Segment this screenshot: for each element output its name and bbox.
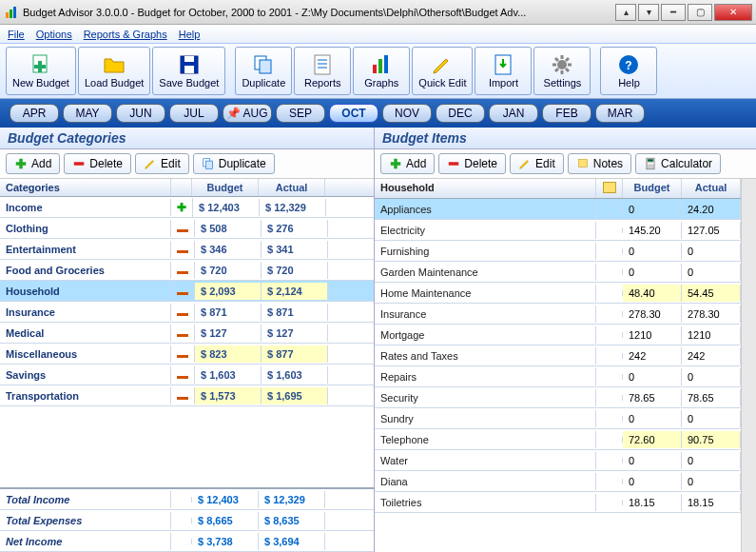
category-row[interactable]: Food and Groceries$ 720$ 720 [0,260,374,281]
budget-items-pane: Budget Items AddDeleteEditNotesCalculato… [375,128,756,552]
category-row[interactable]: Insurance$ 871$ 871 [0,302,374,323]
col-budget[interactable]: Budget [192,179,259,196]
item-row[interactable]: Insurance278.30278.30 [375,304,741,325]
month-feb[interactable]: FEB [542,104,591,123]
svg-rect-10 [260,60,271,73]
month-dec[interactable]: DEC [436,104,485,123]
settings-button[interactable]: Settings [533,47,591,95]
toolbar-label: New Budget [12,77,69,89]
item-row[interactable]: Toiletries18.1518.15 [375,492,741,513]
calculator-button[interactable]: Calculator [635,153,721,174]
quick-edit-button[interactable]: Quick Edit [412,47,473,95]
category-row[interactable]: Medical$ 127$ 127 [0,323,374,344]
toolbar-label: Import [489,77,518,89]
month-oct[interactable]: OCT [329,104,378,123]
maximize-button[interactable]: ▢ [688,4,712,21]
aux-up-button[interactable]: ▴ [615,4,636,21]
reports-icon [311,53,334,76]
col-categories[interactable]: Categories [0,179,171,196]
save-budget-button[interactable]: Save Budget [152,47,225,95]
category-row[interactable]: Savings$ 1,603$ 1,603 [0,365,374,385]
item-row[interactable]: Mortgage12101210 [375,325,741,345]
category-row[interactable]: Miscellaneous$ 823$ 877 [0,344,374,365]
reports-button[interactable]: Reports [294,47,351,95]
item-row[interactable]: Telephone72.6090.75 [375,429,741,450]
category-row[interactable]: Entertainment$ 346$ 341 [0,239,374,260]
pin-icon: 📌 [226,107,241,120]
col-household[interactable]: Household [375,179,596,198]
col-actual[interactable]: Actual [259,179,325,196]
category-row[interactable]: Transportation$ 1,573$ 1,695 [0,385,374,406]
plus-icon [14,157,28,170]
category-row[interactable]: Clothing$ 508$ 276 [0,218,374,239]
menu-reports-graphs[interactable]: Reports & Graphs [84,29,167,40]
item-row[interactable]: Security78.6578.65 [375,387,741,408]
total-row: Net Income$ 3,738$ 3,694 [0,531,374,552]
svg-rect-17 [384,55,388,73]
minimize-button[interactable]: ━ [661,4,686,21]
toolbar-label: Duplicate [242,77,285,89]
item-row[interactable]: Home Maintenance48.4054.45 [375,283,741,304]
menu-file[interactable]: File [8,29,25,40]
add-button[interactable]: Add [6,153,60,174]
month-jun[interactable]: JUN [116,104,165,123]
item-row[interactable]: Appliances024.20 [375,199,741,220]
duplicate-button[interactable]: Duplicate [193,153,275,174]
svg-rect-30 [578,159,587,167]
import-button[interactable]: Import [475,47,532,95]
svg-rect-23 [16,162,27,166]
close-button[interactable]: ✕ [714,4,752,21]
item-row[interactable]: Garden Maintenance00 [375,262,741,283]
svg-point-19 [557,60,567,69]
menu-bar: FileOptionsReports & GraphsHelp [0,25,756,44]
toolbar-label: Quick Edit [418,77,466,89]
item-row[interactable]: Electricity145.20127.05 [375,220,741,241]
toolbar: New BudgetLoad BudgetSave BudgetDuplicat… [0,44,756,99]
category-row[interactable]: Household$ 2,093$ 2,124 [0,281,374,302]
duplicate-button[interactable]: Duplicate [235,47,292,95]
notes-button[interactable]: Notes [568,153,631,174]
delete-button[interactable]: Delete [438,153,506,174]
menu-help[interactable]: Help [179,29,201,40]
pencil-icon [144,157,157,170]
item-row[interactable]: Water00 [375,450,741,471]
item-row[interactable]: Repairs00 [375,366,741,387]
month-jan[interactable]: JAN [489,104,538,123]
col-note[interactable] [596,179,623,198]
edit-button[interactable]: Edit [135,153,189,174]
menu-options[interactable]: Options [36,29,72,40]
edit-button[interactable]: Edit [510,153,564,174]
col-actual-r[interactable]: Actual [682,179,741,198]
month-may[interactable]: MAY [63,104,112,123]
col-budget-r[interactable]: Budget [623,179,682,198]
month-aug[interactable]: 📌AUG [223,104,272,123]
item-row[interactable]: Sundry00 [375,408,741,429]
scrollbar[interactable] [741,179,756,552]
gear-icon [551,53,573,76]
minus-icon [177,313,188,316]
note-icon [576,157,590,170]
month-apr[interactable]: APR [10,104,59,123]
month-nov[interactable]: NOV [382,104,432,123]
total-row: Total Income$ 12,403$ 12,329 [0,489,374,510]
month-sep[interactable]: SEP [276,104,325,123]
help-button[interactable]: ?Help [600,47,657,95]
month-jul[interactable]: JUL [169,104,219,123]
load-budget-button[interactable]: Load Budget [78,47,150,95]
item-row[interactable]: Rates and Taxes242242 [375,345,741,366]
main-content: Budget Categories AddDeleteEditDuplicate… [0,128,756,552]
delete-button[interactable]: Delete [64,153,131,174]
title-bar: Budget Advisor 3.0.0.0 - Budget for Octo… [0,0,756,25]
item-row[interactable]: Furnishing00 [375,241,741,262]
svg-rect-8 [184,66,194,73]
month-mar[interactable]: MAR [595,104,645,123]
aux-down-button[interactable]: ▾ [638,4,659,21]
category-row[interactable]: Income✚$ 12,403$ 12,329 [0,197,374,218]
total-row: Total Expenses$ 8,665$ 8,635 [0,510,374,531]
item-row[interactable]: Diana00 [375,471,741,492]
right-pane-title: Budget Items [375,128,756,149]
graphs-button[interactable]: Graphs [353,47,410,95]
svg-rect-2 [13,7,16,18]
new-budget-button[interactable]: New Budget [6,47,76,95]
add-button[interactable]: Add [380,153,435,174]
